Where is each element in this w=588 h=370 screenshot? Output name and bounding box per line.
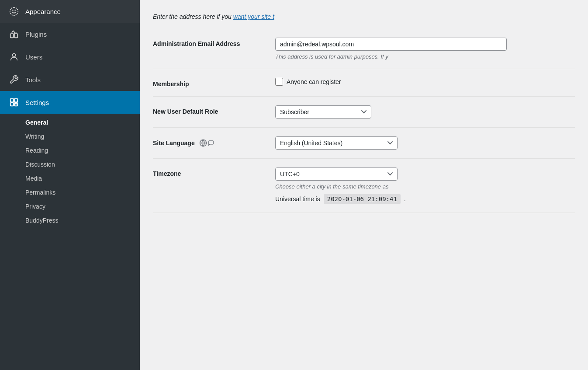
top-notice-link[interactable]: want your site t (233, 13, 274, 20)
default-role-label: New User Default Role (153, 105, 275, 115)
admin-email-input[interactable] (275, 38, 507, 51)
timezone-row: Timezone UTC+0 UTC+1 UTC+2 UTC-5 UTC-8 C… (153, 159, 575, 213)
svg-rect-3 (14, 34, 17, 38)
admin-email-row: Administration Email Address This addres… (153, 29, 575, 69)
content-area: Enter the address here if you want your … (140, 0, 588, 222)
sidebar: Appearance Plugins Users Tools (0, 0, 140, 370)
submenu-item-privacy[interactable]: Privacy (0, 199, 140, 213)
sidebar-item-plugins[interactable]: Plugins (0, 23, 140, 45)
svg-rect-7 (10, 103, 14, 106)
tools-icon (9, 74, 19, 85)
timezone-control: UTC+0 UTC+1 UTC+2 UTC-5 UTC-8 Choose eit… (275, 168, 575, 204)
plugins-icon (9, 29, 19, 39)
admin-email-control: This address is used for admin purposes.… (275, 38, 575, 60)
universal-time-label: Universal time is (275, 195, 320, 202)
main-content: Enter the address here if you want your … (140, 0, 588, 370)
membership-row: Membership Anyone can register (153, 69, 575, 97)
appearance-icon (9, 6, 19, 17)
submenu-item-permalinks[interactable]: Permalinks (0, 185, 140, 199)
membership-control: Anyone can register (275, 78, 575, 86)
universal-time-row: Universal time is 2020-01-06 21:09:41 . (275, 194, 575, 204)
submenu-item-buddypress[interactable]: BuddyPress (0, 213, 140, 227)
universal-time-value: 2020-01-06 21:09:41 (324, 194, 401, 204)
membership-label: Membership (153, 78, 275, 87)
svg-rect-2 (10, 34, 14, 38)
settings-icon (9, 97, 19, 108)
submenu-item-discussion[interactable]: Discussion (0, 157, 140, 171)
submenu-item-general[interactable]: General (0, 115, 140, 129)
admin-email-label: Administration Email Address (153, 38, 275, 47)
svg-rect-6 (14, 99, 17, 102)
sidebar-label-tools: Tools (25, 76, 41, 84)
users-icon (9, 52, 19, 62)
timezone-label: Timezone (153, 168, 275, 177)
settings-submenu: General Writing Reading Discussion Media… (0, 114, 140, 231)
submenu-item-media[interactable]: Media (0, 171, 140, 185)
default-role-control: Subscriber Contributor Author Editor Adm… (275, 105, 575, 119)
svg-point-4 (12, 54, 15, 57)
language-icon (199, 139, 214, 147)
membership-checkbox-row: Anyone can register (275, 78, 575, 86)
admin-email-description: This address is used for admin purposes.… (275, 53, 575, 60)
sidebar-item-tools[interactable]: Tools (0, 68, 140, 91)
membership-checkbox-label: Anyone can register (287, 78, 341, 85)
sidebar-label-users: Users (25, 53, 42, 61)
sidebar-label-plugins: Plugins (25, 31, 47, 38)
submenu-item-reading[interactable]: Reading (0, 143, 140, 157)
site-language-control: English (United States) English (UK) Esp… (275, 136, 575, 150)
sidebar-label-settings: Settings (25, 99, 49, 106)
sidebar-item-appearance[interactable]: Appearance (0, 0, 140, 23)
membership-checkbox[interactable] (275, 78, 283, 86)
sidebar-label-appearance: Appearance (25, 8, 61, 15)
default-role-select[interactable]: Subscriber Contributor Author Editor Adm… (275, 105, 371, 119)
universal-time-suffix: . (404, 195, 406, 202)
site-language-label: Site Language (153, 136, 275, 147)
sidebar-item-users[interactable]: Users (0, 45, 140, 68)
submenu-item-writing[interactable]: Writing (0, 129, 140, 143)
top-notice: Enter the address here if you want your … (153, 9, 575, 29)
sidebar-item-settings[interactable]: Settings (0, 91, 140, 114)
site-language-row: Site Language English (United States) En… (153, 128, 575, 159)
default-role-row: New User Default Role Subscriber Contrib… (153, 97, 575, 128)
svg-rect-5 (10, 99, 14, 102)
timezone-description: Choose either a city in the same timezon… (275, 183, 575, 190)
site-language-select[interactable]: English (United States) English (UK) Esp… (275, 136, 398, 150)
timezone-select[interactable]: UTC+0 UTC+1 UTC+2 UTC-5 UTC-8 (275, 168, 398, 181)
